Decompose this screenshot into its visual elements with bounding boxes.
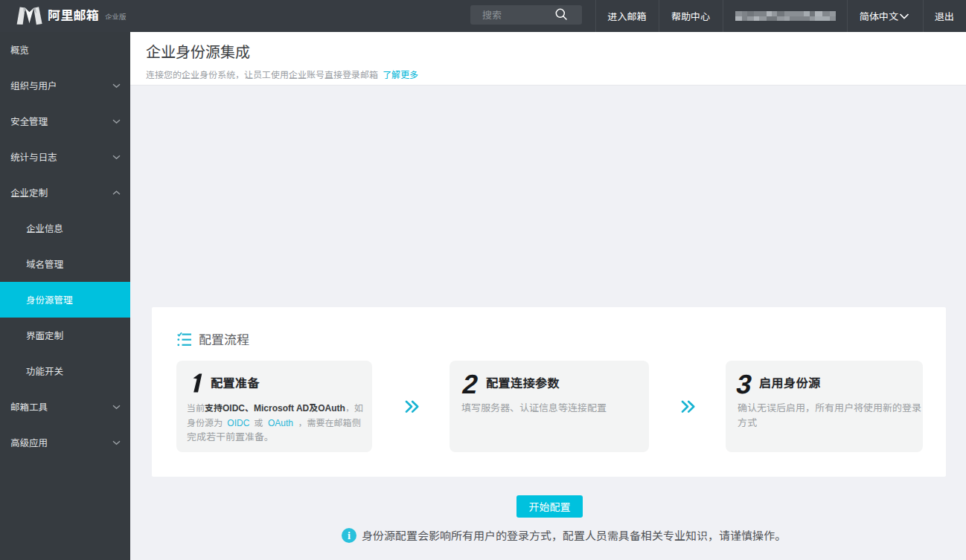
svg-text:i: i: [348, 530, 351, 541]
